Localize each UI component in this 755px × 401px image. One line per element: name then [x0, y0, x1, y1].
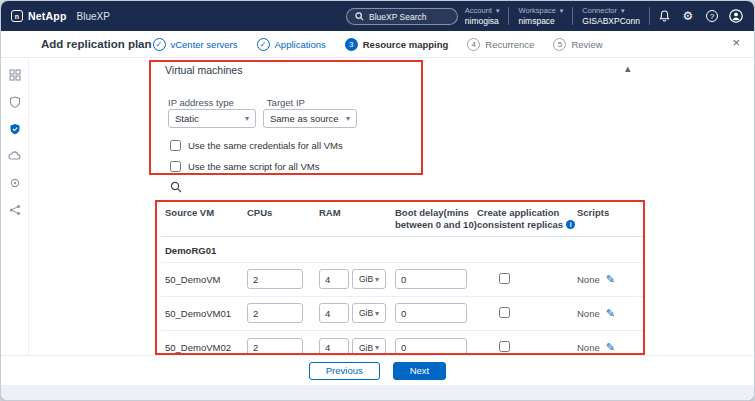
edit-script-pencil-icon[interactable]: ✎ — [606, 307, 615, 320]
step-applications[interactable]: ✓ Applications — [257, 38, 326, 51]
step-vcenter-servers[interactable]: ✓ vCenter servers — [152, 38, 237, 51]
user-avatar[interactable] — [726, 6, 746, 26]
cpus-input[interactable] — [247, 269, 303, 289]
divider — [649, 7, 650, 25]
step-number: 5 — [553, 38, 566, 51]
table-row: 50_DemoVM GiB▾ None✎ — [161, 263, 643, 297]
scripts-value: None — [577, 308, 600, 319]
col-cpus: CPUs — [247, 207, 319, 219]
col-ram: RAM — [319, 207, 395, 219]
left-nav-sidebar — [1, 58, 29, 400]
mobility-cloud-icon[interactable] — [8, 149, 22, 163]
connector-value: GISABXPConn — [582, 16, 640, 26]
info-icon[interactable]: i — [566, 220, 575, 229]
workspace-menu[interactable]: Workspace ▾ nimspace — [509, 6, 572, 26]
page-title: Add replication plan — [41, 38, 152, 50]
ram-input[interactable] — [319, 303, 349, 323]
step-recurrence[interactable]: 4 Recurrence — [467, 38, 534, 51]
chevron-down-icon: ▾ — [375, 309, 379, 318]
wizard-footer: Previous Next — [1, 355, 754, 385]
scripts-value: None — [577, 274, 600, 285]
previous-button[interactable]: Previous — [309, 362, 380, 380]
step-review[interactable]: 5 Review — [553, 38, 602, 51]
chevron-down-icon: ▾ — [621, 7, 625, 14]
close-icon[interactable]: × — [732, 35, 740, 50]
check-icon: ✓ — [152, 38, 165, 51]
same-credentials-checkbox-row: Use the same credentials for all VMs — [170, 140, 343, 151]
ram-input[interactable] — [319, 269, 349, 289]
edit-script-pencil-icon[interactable]: ✎ — [606, 341, 615, 354]
wizard-header: Add replication plan ✓ vCenter servers ✓… — [1, 31, 754, 58]
table-search-icon[interactable] — [170, 181, 182, 193]
chevron-down-icon: ▾ — [375, 343, 379, 352]
collapse-chevron-up-icon[interactable]: ▴ — [625, 62, 631, 75]
ram-unit-select[interactable]: GiB▾ — [352, 303, 386, 323]
consistent-replica-checkbox[interactable] — [499, 273, 510, 284]
ram-unit-select[interactable]: GiB▾ — [352, 269, 386, 289]
table-header-row: Source VM CPUs RAM Boot delay(mins betwe… — [161, 203, 643, 237]
step-number: 3 — [345, 38, 358, 51]
edit-script-pencil-icon[interactable]: ✎ — [606, 273, 615, 286]
protection-icon[interactable] — [8, 122, 22, 136]
table-row: 50_DemoVM01 GiB▾ None✎ — [161, 297, 643, 331]
account-value: nimogisa — [465, 16, 500, 26]
vm-mapping-table: Source VM CPUs RAM Boot delay(mins betwe… — [161, 203, 643, 365]
bluexp-window: n NetApp BlueXP BlueXP Search Account ▾ … — [0, 0, 755, 401]
boot-delay-input[interactable] — [395, 303, 467, 323]
target-ip-select[interactable]: Same as source ▾ — [263, 109, 357, 128]
help-icon[interactable]: ? — [702, 6, 722, 26]
vm-name: 50_DemoVM — [165, 274, 247, 285]
boot-delay-input[interactable] — [395, 269, 467, 289]
same-script-checkbox-row: Use the same script for all VMs — [170, 161, 319, 172]
consistent-replica-checkbox[interactable] — [499, 341, 510, 352]
governance-shield-icon[interactable] — [8, 95, 22, 109]
cpus-input[interactable] — [247, 303, 303, 323]
col-source-vm: Source VM — [165, 207, 247, 219]
stepper: ✓ vCenter servers ✓ Applications 3 Resou… — [152, 31, 602, 57]
settings-gear-icon[interactable]: ⚙ — [678, 6, 698, 26]
workspace-value: nimspace — [518, 16, 563, 26]
brand-name: NetApp — [28, 10, 67, 22]
search-icon — [355, 12, 364, 21]
resource-group-row: DemoRG01 — [161, 237, 643, 263]
ip-address-type-select[interactable]: Static ▾ — [168, 109, 256, 128]
chevron-down-icon: ▾ — [560, 7, 564, 14]
resource-mapping-panel: Virtual machines ▴ IP address type Targe… — [29, 58, 754, 400]
share-icon[interactable] — [8, 203, 22, 217]
col-boot-delay: Boot delay(mins between 0 and 10) — [395, 207, 477, 231]
chevron-down-icon: ▾ — [496, 7, 500, 14]
col-consistent-replicas: Create application consistent replicasi — [477, 207, 577, 231]
target-ip-label: Target IP — [267, 97, 305, 108]
next-button[interactable]: Next — [393, 362, 447, 380]
chevron-down-icon: ▾ — [375, 275, 379, 284]
netapp-logo-icon: n — [11, 10, 23, 22]
scripts-value: None — [577, 342, 600, 353]
ip-address-type-label: IP address type — [168, 97, 234, 108]
bluexp-search[interactable]: BlueXP Search — [346, 8, 458, 25]
notifications-bell-icon[interactable] — [654, 6, 674, 26]
bottom-strip — [1, 385, 754, 400]
canvas-icon[interactable] — [8, 68, 22, 82]
section-title-virtual-machines: Virtual machines — [165, 64, 242, 76]
vm-name: 50_DemoVM02 — [165, 342, 247, 353]
connector-menu[interactable]: Connector ▾ GISABXPConn — [573, 6, 649, 26]
product-name: BlueXP — [77, 11, 110, 22]
step-number: 4 — [467, 38, 480, 51]
search-label: BlueXP Search — [369, 12, 427, 22]
workspace-label: Workspace — [518, 6, 555, 15]
vm-name: 50_DemoVM01 — [165, 308, 247, 319]
account-label: Account — [465, 6, 492, 15]
chevron-down-icon: ▾ — [346, 114, 350, 123]
same-credentials-checkbox[interactable] — [170, 140, 181, 151]
step-resource-mapping[interactable]: 3 Resource mapping — [345, 38, 449, 51]
top-header: n NetApp BlueXP BlueXP Search Account ▾ … — [1, 1, 754, 31]
col-scripts: Scripts — [577, 207, 639, 219]
check-icon: ✓ — [257, 38, 270, 51]
account-menu[interactable]: Account ▾ nimogisa — [456, 6, 509, 26]
chevron-down-icon: ▾ — [245, 114, 249, 123]
extensions-gear-icon[interactable] — [8, 176, 22, 190]
consistent-replica-checkbox[interactable] — [499, 307, 510, 318]
same-script-checkbox[interactable] — [170, 161, 181, 172]
connector-label: Connector — [582, 6, 617, 15]
